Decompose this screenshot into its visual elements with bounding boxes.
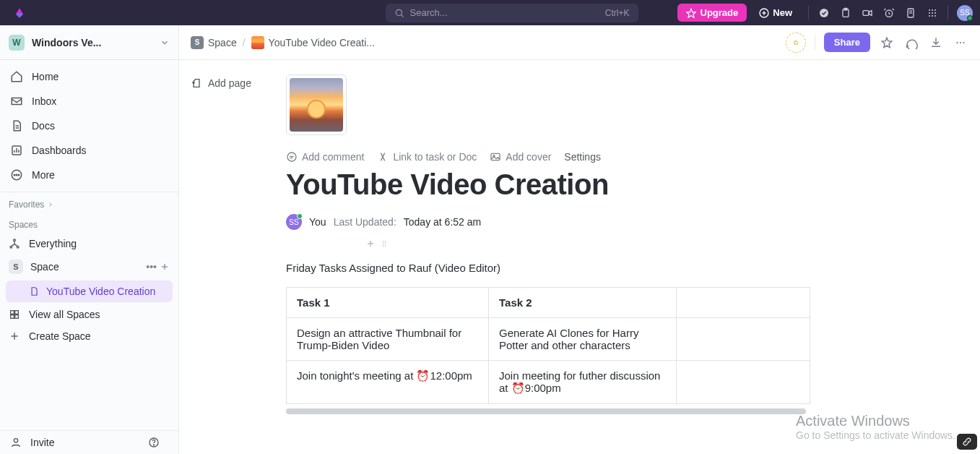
link-icon xyxy=(377,151,389,163)
notepad-icon[interactable] xyxy=(900,2,922,24)
breadcrumb-doc[interactable]: YouTube Video Creati... xyxy=(269,37,375,48)
add-cover-button[interactable]: Add cover xyxy=(490,151,551,163)
tasks-table[interactable]: Task 1 Task 2 Design an attractive Thumb… xyxy=(286,287,810,404)
watermark-sub: Go to Settings to activate Windows. xyxy=(796,429,955,441)
table-cell[interactable]: Join meeting for futher discussion at ⏰9… xyxy=(489,361,677,404)
svg-point-19 xyxy=(929,15,930,17)
table-cell[interactable]: Join tonight's meeting at ⏰12:00pm xyxy=(287,361,489,404)
table-row[interactable]: Join tonight's meeting at ⏰12:00pm Join … xyxy=(287,361,810,404)
more-dots-icon[interactable]: ••• xyxy=(146,261,157,273)
doc-icon xyxy=(29,286,39,296)
doc-title[interactable]: YouTube Video Creation xyxy=(286,168,980,201)
sunset-icon xyxy=(251,36,264,49)
record-icon[interactable] xyxy=(786,33,806,53)
help-icon[interactable] xyxy=(148,437,168,448)
add-icon[interactable] xyxy=(160,262,170,272)
breadcrumb: S Space / YouTube Video Creati... xyxy=(191,36,375,49)
grid-icon xyxy=(9,309,20,320)
favorites-section[interactable]: Favorites xyxy=(0,192,178,213)
chevron-down-icon xyxy=(160,38,170,48)
table-cell[interactable]: Generate AI Clones for Harry Potter and … xyxy=(489,318,677,361)
star-icon[interactable] xyxy=(879,36,895,49)
svg-point-13 xyxy=(929,9,930,11)
svg-point-34 xyxy=(17,246,19,248)
add-block-icon[interactable] xyxy=(365,239,376,249)
invite-label: Invite xyxy=(30,437,54,448)
sidebar-item-create-space[interactable]: Create Space xyxy=(0,325,178,347)
windows-watermark: Activate Windows Go to Settings to activ… xyxy=(796,413,955,441)
svg-rect-38 xyxy=(15,311,19,314)
sidebar-item-label: Space xyxy=(30,261,143,273)
sidebar: W Windoors Ve... Home Inbox Docs Dashboa… xyxy=(0,25,179,454)
table-cell[interactable]: Design an attractive Thumbnail for Trump… xyxy=(287,318,489,361)
svg-point-17 xyxy=(932,12,933,14)
horizontal-scrollbar[interactable] xyxy=(286,408,806,414)
download-icon[interactable] xyxy=(928,36,944,49)
nav-docs[interactable]: Docs xyxy=(0,113,178,138)
share-button[interactable]: Share xyxy=(824,33,870,52)
doc-emoji-picker[interactable] xyxy=(286,74,347,135)
svg-point-15 xyxy=(935,9,936,11)
video-icon[interactable] xyxy=(857,2,878,24)
sidebar-item-space[interactable]: S Space ••• xyxy=(0,254,178,279)
sidebar-doc-youtube[interactable]: YouTube Video Creation xyxy=(6,280,173,302)
invite-button[interactable]: Invite xyxy=(0,430,178,454)
nav-label: Home xyxy=(32,71,58,82)
comment-icon[interactable] xyxy=(903,36,919,49)
network-icon xyxy=(9,238,20,249)
table-cell[interactable] xyxy=(677,318,810,361)
search-input[interactable]: Search... Ctrl+K xyxy=(386,4,638,22)
add-comment-button[interactable]: Add comment xyxy=(286,151,364,163)
nav-home[interactable]: Home xyxy=(0,64,178,89)
table-cell[interactable] xyxy=(677,361,810,404)
upgrade-button[interactable]: Upgrade xyxy=(677,4,747,22)
author-avatar[interactable]: SS xyxy=(286,214,302,230)
svg-point-33 xyxy=(10,246,12,248)
more-dots-icon[interactable] xyxy=(953,36,968,49)
sidebar-item-view-all-spaces[interactable]: View all Spaces xyxy=(0,304,178,325)
nav-dashboards[interactable]: Dashboards xyxy=(0,138,178,163)
svg-point-49 xyxy=(963,41,964,43)
svg-point-20 xyxy=(932,15,933,17)
svg-point-43 xyxy=(14,439,17,442)
add-page-button[interactable]: Add page xyxy=(191,77,251,89)
drag-handle-icon[interactable] xyxy=(380,239,389,249)
spaces-section[interactable]: Spaces xyxy=(0,213,178,233)
table-row[interactable]: Design an attractive Thumbnail for Trump… xyxy=(287,318,810,361)
link-chip-icon[interactable] xyxy=(957,434,977,450)
search-shortcut: Ctrl+K xyxy=(605,8,630,18)
svg-point-21 xyxy=(935,15,936,17)
new-button[interactable]: New xyxy=(754,4,797,22)
paragraph-block[interactable]: Friday Tasks Assigned to Rauf (Video Edi… xyxy=(286,262,980,274)
upgrade-label: Upgrade xyxy=(701,7,739,18)
link-task-button[interactable]: Link to task or Doc xyxy=(377,151,477,163)
svg-point-60 xyxy=(385,245,386,247)
nav-inbox[interactable]: Inbox xyxy=(0,89,178,113)
svg-rect-37 xyxy=(11,311,14,314)
section-text: Favorites xyxy=(9,200,44,210)
person-icon xyxy=(10,437,22,448)
table-header[interactable] xyxy=(677,288,810,318)
space-badge: S xyxy=(191,36,204,49)
action-label: Add comment xyxy=(302,151,364,163)
clipboard-icon[interactable] xyxy=(835,2,857,24)
table-header[interactable]: Task 2 xyxy=(489,288,677,318)
alarm-icon[interactable] xyxy=(878,2,900,24)
user-avatar[interactable]: SS xyxy=(957,5,973,21)
svg-point-58 xyxy=(385,243,386,244)
image-icon xyxy=(490,151,501,163)
nav-more[interactable]: More xyxy=(0,163,178,187)
document-content: Add page Add comment Link to task or Doc… xyxy=(179,60,980,454)
sidebar-item-everything[interactable]: Everything xyxy=(0,233,178,254)
table-header[interactable]: Task 1 xyxy=(287,288,489,318)
addpage-icon xyxy=(191,77,202,89)
divider xyxy=(948,6,948,20)
settings-button[interactable]: Settings xyxy=(564,151,601,163)
svg-point-56 xyxy=(385,241,386,242)
breadcrumb-space[interactable]: Space xyxy=(208,37,237,48)
app-logo[interactable] xyxy=(13,7,26,20)
apps-grid-icon[interactable] xyxy=(922,2,943,24)
nav-label: Dashboards xyxy=(32,145,87,156)
check-circle-icon[interactable] xyxy=(813,2,835,24)
workspace-switcher[interactable]: W Windoors Ve... xyxy=(0,25,178,60)
